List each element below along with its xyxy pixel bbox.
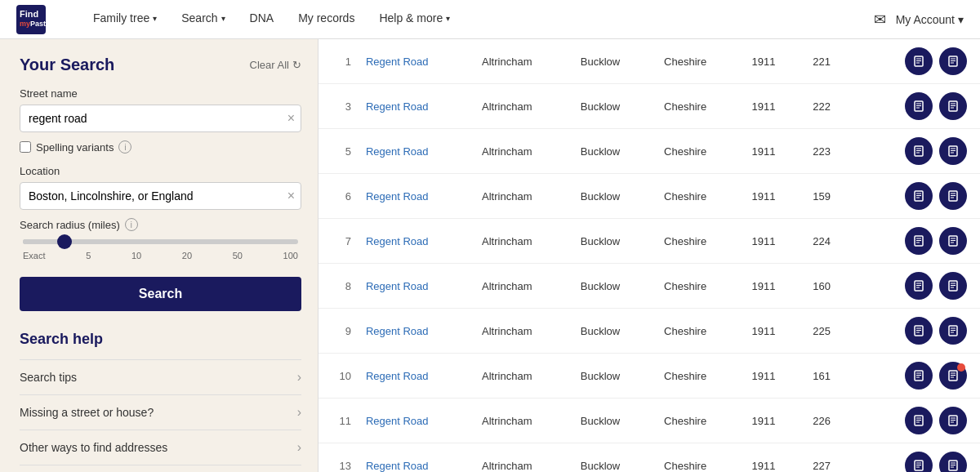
county: Cheshire xyxy=(654,174,742,219)
row-actions xyxy=(856,399,980,443)
street-link[interactable]: Regent Road xyxy=(356,399,472,443)
table-row: 3 Regent Road Altrincham Bucklow Cheshir… xyxy=(318,84,980,129)
row-actions xyxy=(856,84,980,129)
slider-labels: Exact 5 10 20 50 100 xyxy=(23,251,298,260)
row-actions xyxy=(856,219,980,264)
view-record-button[interactable] xyxy=(905,227,933,255)
page: 159 xyxy=(803,174,856,219)
street-name-clear-icon[interactable]: × xyxy=(287,111,295,126)
town: Altrincham xyxy=(472,309,571,354)
row-number: 5 xyxy=(318,129,356,174)
view-record-button[interactable] xyxy=(905,362,933,390)
spelling-variants-checkbox[interactable] xyxy=(20,141,31,153)
table-row: 13 Regent Road Altrincham Bucklow Cheshi… xyxy=(318,443,980,473)
town: Altrincham xyxy=(472,219,571,264)
row-number: 13 xyxy=(318,443,356,473)
view-record-button[interactable] xyxy=(905,317,933,345)
chevron-down-icon: ▾ xyxy=(153,14,157,23)
view-record-button[interactable] xyxy=(905,47,933,75)
year: 1911 xyxy=(742,84,804,129)
street-link[interactable]: Regent Road xyxy=(356,84,472,129)
clear-all-button[interactable]: Clear All ↻ xyxy=(250,59,301,71)
save-record-button[interactable] xyxy=(939,452,967,472)
save-record-button[interactable] xyxy=(939,47,967,75)
page: 222 xyxy=(803,84,856,129)
page: 161 xyxy=(803,354,856,399)
year: 1911 xyxy=(742,39,804,84)
street-link[interactable]: Regent Road xyxy=(356,129,472,174)
save-record-button[interactable] xyxy=(939,227,967,255)
view-record-button[interactable] xyxy=(905,92,933,120)
nav-help[interactable]: Help & more ▾ xyxy=(369,0,460,39)
search-tips-item[interactable]: Search tips › xyxy=(20,359,301,394)
row-actions xyxy=(856,264,980,309)
other-ways-item[interactable]: Other ways to find addresses › xyxy=(20,430,301,465)
save-record-button[interactable] xyxy=(939,182,967,210)
town: Altrincham xyxy=(472,399,571,443)
location-clear-icon[interactable]: × xyxy=(287,189,295,203)
nav-search[interactable]: Search ▾ xyxy=(172,0,234,39)
search-button[interactable]: Search xyxy=(20,277,301,311)
mail-icon[interactable]: ✉ xyxy=(874,11,886,29)
street-name-input[interactable] xyxy=(20,105,301,132)
page-container: Your Search Clear All ↻ Street name × Sp… xyxy=(0,39,980,472)
spelling-variants-info-icon[interactable]: i xyxy=(118,140,131,154)
street-link[interactable]: Regent Road xyxy=(356,443,472,473)
row-number: 8 xyxy=(318,264,356,309)
page: 226 xyxy=(803,399,856,443)
chevron-right-icon: › xyxy=(297,440,301,455)
view-record-button[interactable] xyxy=(905,182,933,210)
my-account-button[interactable]: My Account ▾ xyxy=(896,13,964,26)
town: Altrincham xyxy=(472,39,571,84)
slider-thumb[interactable] xyxy=(57,234,72,249)
street-link[interactable]: Regent Road xyxy=(356,354,472,399)
view-record-button[interactable] xyxy=(905,137,933,165)
table-row: 5 Regent Road Altrincham Bucklow Cheshir… xyxy=(318,129,980,174)
search-radius-info-icon[interactable]: i xyxy=(125,218,138,231)
view-record-button[interactable] xyxy=(905,272,933,300)
nav-my-records[interactable]: My records xyxy=(288,0,364,39)
search-radius-slider[interactable]: Exact 5 10 20 50 100 xyxy=(20,239,301,260)
street-name-wrapper: × xyxy=(20,105,301,132)
town: Altrincham xyxy=(472,84,571,129)
row-actions xyxy=(856,174,980,219)
county: Cheshire xyxy=(654,84,742,129)
chevron-right-icon: › xyxy=(297,405,301,420)
view-record-button[interactable] xyxy=(905,452,933,472)
street-name-label: Street name xyxy=(20,87,301,100)
missing-street-item[interactable]: Missing a street or house? › xyxy=(20,394,301,430)
save-record-button[interactable] xyxy=(939,317,967,345)
row-number: 10 xyxy=(318,354,356,399)
street-link[interactable]: Regent Road xyxy=(356,174,472,219)
chevron-down-icon: ▾ xyxy=(958,13,964,26)
location-wrapper: × xyxy=(20,182,301,210)
save-record-button[interactable] xyxy=(939,362,967,390)
location-input[interactable] xyxy=(20,182,301,210)
logo[interactable]: Find myPast xyxy=(16,5,51,34)
save-record-button[interactable] xyxy=(939,137,967,165)
table-row: 6 Regent Road Altrincham Bucklow Cheshir… xyxy=(318,174,980,219)
table-row: 7 Regent Road Altrincham Bucklow Cheshir… xyxy=(318,219,980,264)
row-actions xyxy=(856,443,980,473)
year: 1911 xyxy=(742,219,804,264)
street-link[interactable]: Regent Road xyxy=(356,309,472,354)
nav-dna[interactable]: DNA xyxy=(240,0,284,39)
save-record-button[interactable] xyxy=(939,272,967,300)
year: 1911 xyxy=(742,309,804,354)
save-record-button[interactable] xyxy=(939,92,967,120)
district: Bucklow xyxy=(571,443,654,473)
row-actions xyxy=(856,39,980,84)
town: Altrincham xyxy=(472,354,571,399)
street-link[interactable]: Regent Road xyxy=(356,39,472,84)
spelling-variants-row: Spelling variants i xyxy=(20,140,301,154)
street-link[interactable]: Regent Road xyxy=(356,264,472,309)
county: Cheshire xyxy=(654,399,742,443)
navbar: Find myPast Family tree ▾ Search ▾ DNA M… xyxy=(0,0,980,39)
view-record-button[interactable] xyxy=(905,407,933,434)
page: 224 xyxy=(803,219,856,264)
street-link[interactable]: Regent Road xyxy=(356,219,472,264)
nav-family-tree[interactable]: Family tree ▾ xyxy=(83,0,167,39)
save-record-button[interactable] xyxy=(939,407,967,434)
row-actions xyxy=(856,354,980,399)
town: Altrincham xyxy=(472,264,571,309)
